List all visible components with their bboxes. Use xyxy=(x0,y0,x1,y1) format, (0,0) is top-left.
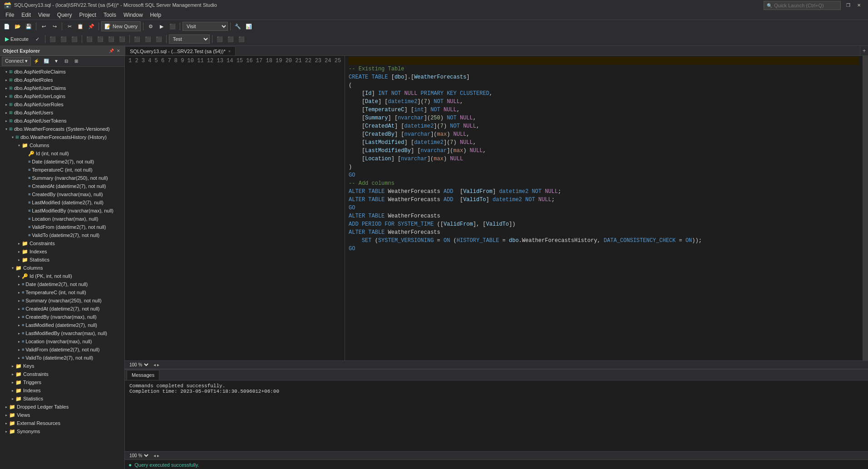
tree-node[interactable]: ≡ Summary (nvarchar(250), not null) xyxy=(0,174,124,182)
toolbar-debug3[interactable]: ⬛ xyxy=(69,34,79,44)
tree-expand-icon[interactable] xyxy=(23,208,28,213)
tree-node[interactable]: ▸ ≡ LastModifiedBy (nvarchar(max), null) xyxy=(0,329,124,337)
tree-node[interactable]: ▸ 📁 Statistics xyxy=(0,256,124,264)
tree-expand-icon[interactable] xyxy=(23,232,28,238)
tree-node[interactable]: ▸ ≡ ValidTo (datetime2(7), not null) xyxy=(0,354,124,362)
tree-node[interactable]: ▸ 📁 Views xyxy=(0,411,124,419)
tree-node[interactable]: ▸ ≡ Location (nvarchar(max), null) xyxy=(0,337,124,346)
tree-expand-icon[interactable]: ▸ xyxy=(10,388,15,393)
tree-node[interactable]: ▸ ⊞ dbo.AspNetUserLogins xyxy=(0,92,124,100)
tree-node[interactable]: ▸ 🔑 Id (PK, int, not null) xyxy=(0,272,124,280)
tree-node[interactable]: ▾ 📁 Columns xyxy=(0,264,124,272)
tree-node[interactable]: ▸ ⊞ dbo.AspNetRoles xyxy=(0,76,124,84)
tree-node[interactable]: ≡ ValidFrom (datetime2(7), not null) xyxy=(0,223,124,231)
bottom-zoom-selector[interactable]: 100 % xyxy=(128,453,150,459)
new-file-button[interactable]: 📄 xyxy=(2,21,12,31)
tree-expand-icon[interactable]: ▸ xyxy=(16,306,22,311)
tree-node[interactable]: ▸ 📁 Dropped Ledger Tables xyxy=(0,403,124,411)
toolbar-btn-misc2[interactable]: ▶ xyxy=(157,21,167,31)
tree-node[interactable]: ≡ LastModified (datetime2(7), null) xyxy=(0,198,124,207)
toolbar-btn-misc1[interactable]: ⚙ xyxy=(146,21,156,31)
tree-node[interactable]: ▸ 📁 External Resources xyxy=(0,419,124,427)
tree-expand-icon[interactable]: ▸ xyxy=(4,94,9,99)
tree-node[interactable]: ▾ ⊞ dbo.WeatherForecasts (System-Version… xyxy=(0,125,124,133)
tree-node[interactable]: ▸ 📁 Statistics xyxy=(0,395,124,403)
tab-close-button[interactable]: × xyxy=(228,49,231,54)
tree-node[interactable]: ▸ ≡ Summary (nvarchar(250), not null) xyxy=(0,296,124,305)
editor-tab-active[interactable]: SQLQuery13.sql - (...SRV22.Test (sa (54)… xyxy=(125,46,236,55)
oe-refresh-button[interactable]: 🔄 xyxy=(42,57,51,65)
copy-button[interactable]: 📋 xyxy=(75,21,85,31)
toolbar-nav2[interactable]: ⬛ xyxy=(143,34,153,44)
tree-expand-icon[interactable]: ▾ xyxy=(10,134,15,140)
menu-tools[interactable]: Tools xyxy=(100,11,120,19)
tree-expand-icon[interactable]: ▸ xyxy=(4,412,9,418)
oe-pin-button[interactable]: 📌 xyxy=(108,48,114,54)
tree-expand-icon[interactable]: ▸ xyxy=(4,102,9,107)
tree-expand-icon[interactable] xyxy=(23,200,28,205)
tree-node[interactable]: ▸ 📁 Synonyms xyxy=(0,427,124,435)
toolbar-mode1[interactable]: ⬛ xyxy=(84,34,94,44)
paste-button[interactable]: 📌 xyxy=(86,21,96,31)
new-query-button[interactable]: 📝 New Query xyxy=(101,21,141,31)
menu-view[interactable]: View xyxy=(35,11,54,19)
save-button[interactable]: 💾 xyxy=(24,21,34,31)
tree-node[interactable]: ▸ 📁 Constraints xyxy=(0,370,124,378)
tree-expand-icon[interactable] xyxy=(23,159,28,164)
toolbar-misc6[interactable]: ⬛ xyxy=(215,34,225,44)
menu-file[interactable]: File xyxy=(2,11,18,19)
menu-project[interactable]: Project xyxy=(76,11,100,19)
tree-expand-icon[interactable]: ▾ xyxy=(10,265,15,271)
tree-expand-icon[interactable]: ▸ xyxy=(16,314,22,320)
toolbar-debug1[interactable]: ⬛ xyxy=(48,34,58,44)
tree-expand-icon[interactable]: ▸ xyxy=(16,347,22,352)
toolbar-misc8[interactable]: ⬛ xyxy=(237,34,247,44)
tree-expand-icon[interactable]: ▸ xyxy=(16,290,22,295)
tree-expand-icon[interactable]: ▸ xyxy=(4,420,9,426)
toolbar-mode2[interactable]: ⬛ xyxy=(95,34,105,44)
toolbar-btn-misc5[interactable]: 📊 xyxy=(244,21,254,31)
tree-expand-icon[interactable]: ▸ xyxy=(16,339,22,344)
tree-node[interactable]: ▸ ≡ CreatedAt (datetime2(7), not null) xyxy=(0,305,124,313)
quick-launch-box[interactable]: 🔍 xyxy=(764,1,841,10)
code-editor[interactable]: -- Existing Table CREATE TABLE [dbo].[We… xyxy=(345,56,863,360)
tree-expand-icon[interactable]: ▸ xyxy=(4,85,9,91)
tree-node[interactable]: ≡ CreatedAt (datetime2(7), not null) xyxy=(0,182,124,190)
database-selector[interactable]: Test xyxy=(169,35,210,44)
tree-expand-icon[interactable]: ▸ xyxy=(16,298,22,303)
tree-expand-icon[interactable]: ▸ xyxy=(16,331,22,336)
tree-node[interactable]: ▸ ≡ Date (datetime2(7), not null) xyxy=(0,280,124,288)
tree-expand-icon[interactable] xyxy=(23,224,28,230)
tree-node[interactable]: ▸ ≡ CreatedBy (nvarchar(max), null) xyxy=(0,313,124,321)
tree-expand-icon[interactable]: ▸ xyxy=(10,380,15,385)
execute-button[interactable]: ▶ Execute xyxy=(2,34,32,44)
parse-button[interactable]: ✓ xyxy=(33,34,43,44)
tree-expand-icon[interactable]: ▸ xyxy=(4,110,9,115)
tree-node[interactable]: ▾ ⊞ dbo.WeatherForecastsHistory (History… xyxy=(0,133,124,141)
tree-expand-icon[interactable] xyxy=(23,216,28,222)
toolbar-mode4[interactable]: ⬛ xyxy=(117,34,127,44)
tree-expand-icon[interactable]: ▸ xyxy=(10,363,15,369)
tree-node[interactable]: ▸ ⊞ dbo.AspNetUserRoles xyxy=(0,100,124,109)
tree-node[interactable]: ▸ ≡ ValidFrom (datetime2(7), not null) xyxy=(0,346,124,354)
add-tab-button[interactable]: + xyxy=(860,46,868,55)
tree-expand-icon[interactable]: ▸ xyxy=(16,249,22,254)
tree-node[interactable]: ▸ 📁 Triggers xyxy=(0,378,124,386)
toolbar-debug2[interactable]: ⬛ xyxy=(59,34,69,44)
oe-disconnect-button[interactable]: ⚡ xyxy=(32,57,41,65)
menu-query[interactable]: Query xyxy=(54,11,76,19)
tree-node[interactable]: ▾ ⊞ dbo.AspNetRoleClaims xyxy=(0,68,124,76)
tree-node[interactable]: ▸ ≡ LastModified (datetime2(7), null) xyxy=(0,321,124,329)
oe-close-button[interactable]: ✕ xyxy=(115,48,122,54)
tree-expand-icon[interactable]: ▾ xyxy=(16,143,22,148)
tree-node[interactable]: ▸ ≡ TemperatureC (int, not null) xyxy=(0,288,124,296)
close-button[interactable]: ✕ xyxy=(853,0,864,10)
restore-button[interactable]: ❐ xyxy=(843,0,853,10)
oe-collapse-button[interactable]: ⊟ xyxy=(62,57,71,65)
toolbar-btn-misc4[interactable]: 🔧 xyxy=(233,21,243,31)
tree-node[interactable]: ▸ 📁 Indexes xyxy=(0,247,124,256)
toolbar-misc7[interactable]: ⬛ xyxy=(226,34,236,44)
tree-expand-icon[interactable] xyxy=(23,183,28,189)
toolbar-nav3[interactable]: ⬛ xyxy=(154,34,164,44)
cut-button[interactable]: ✂ xyxy=(64,21,74,31)
